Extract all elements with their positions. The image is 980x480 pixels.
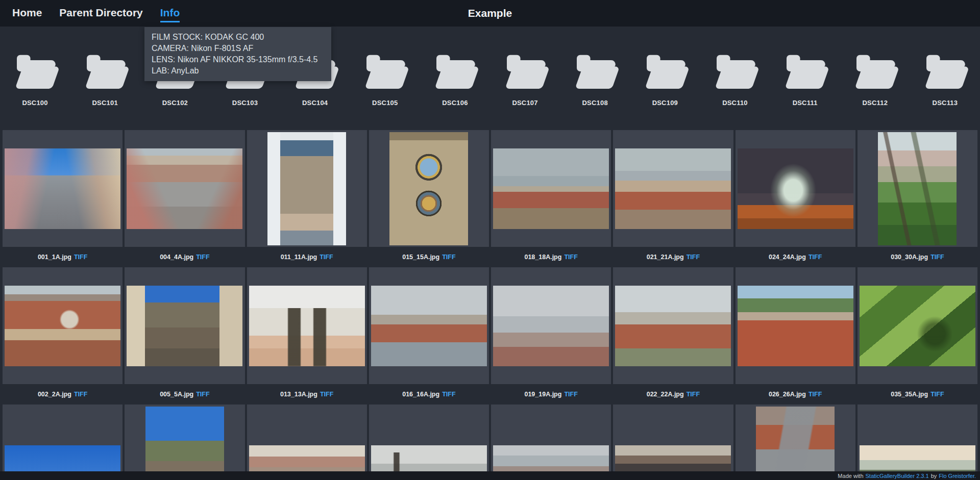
thumbnail-link[interactable] [247,405,367,480]
tiff-link[interactable]: TIFF [808,254,822,261]
builder-link[interactable]: StaticGalleryBuilder 2.3.1 [866,473,929,479]
folder-label: DSC111 [793,99,818,107]
thumbnail-link[interactable] [125,267,244,384]
folder-item[interactable]: DSC101 [70,52,140,107]
folder-open-icon [921,52,968,89]
navbar: Home Parent Directory Info Example [0,0,980,27]
thumbnail-link[interactable] [247,130,367,247]
folder-item[interactable]: DSC108 [560,52,630,107]
gallery-cell: 001_1A.jpgTIFF [3,130,122,267]
thumbnail-photo [860,286,975,366]
thumbnail-link[interactable] [369,267,489,384]
tiff-link[interactable]: TIFF [930,254,944,261]
thumbnail-photo [878,132,957,245]
thumbnail-link[interactable] [3,267,122,384]
folder-item[interactable]: DSC100 [0,52,70,107]
thumbnail-photo [738,148,853,229]
tiff-link[interactable]: TIFF [442,391,455,398]
nav-item-info[interactable]: Info [160,5,180,22]
folder-item[interactable]: DSC111 [770,52,840,107]
gallery-cell: 030_30A.jpgTIFF [857,130,977,267]
tiff-link[interactable]: TIFF [930,391,944,398]
folder-label: DSC110 [722,99,748,107]
thumbnail-link[interactable] [369,405,489,480]
thumbnail-photo [738,286,853,366]
folder-label: DSC105 [372,99,398,107]
folder-label: DSC101 [92,99,118,107]
gallery-cell [369,405,489,480]
thumbnail-link[interactable] [857,267,977,384]
tiff-link[interactable]: TIFF [687,254,700,261]
thumbnail-caption: 013_13A.jpgTIFF [247,384,367,405]
folder-label: DSC112 [862,99,888,107]
filename-text: 015_15A.jpg [402,254,439,261]
folder-label: DSC104 [302,99,328,107]
folder-item[interactable]: DSC112 [840,52,910,107]
thumbnail-link[interactable] [125,405,244,480]
folder-label: DSC108 [582,99,608,107]
thumbnail-link[interactable] [736,130,855,247]
thumbnail-photo [615,286,731,366]
gallery-cell [491,405,611,480]
tiff-link[interactable]: TIFF [196,254,209,261]
thumbnail-link[interactable] [736,405,855,480]
folder-item[interactable]: DSC109 [630,52,700,107]
folder-item[interactable]: DSC113 [910,52,980,107]
thumbnail-link[interactable] [3,130,122,247]
folder-item[interactable]: DSC105 [350,52,420,107]
tiff-link[interactable]: TIFF [74,391,87,398]
folder-item[interactable]: DSC110 [700,52,770,107]
gallery-cell [3,405,122,480]
folder-item[interactable]: DSC106 [420,52,490,107]
gallery-cell [125,405,244,480]
tiff-link[interactable]: TIFF [687,391,700,398]
nav-item-home[interactable]: Home [12,5,42,22]
tiff-link[interactable]: TIFF [196,391,209,398]
nav-item-parent-directory[interactable]: Parent Directory [59,5,142,22]
filename-text: 016_16A.jpg [402,391,439,398]
info-tooltip: FILM STOCK: KODAK GC 400 CAMERA: Nikon F… [144,27,331,81]
filename-text: 018_18A.jpg [524,254,561,261]
thumbnail-link[interactable] [613,405,733,480]
filename-text: 005_5A.jpg [160,391,193,398]
filename-text: 026_26A.jpg [769,391,806,398]
tiff-link[interactable]: TIFF [808,391,822,398]
tiff-link[interactable]: TIFF [320,254,333,261]
thumbnail-link[interactable] [247,267,367,384]
filename-text: 013_13A.jpg [280,391,317,398]
gallery-cell: 026_26A.jpgTIFF [736,267,855,405]
folder-label: DSC107 [512,99,537,107]
thumbnail-link[interactable] [125,130,244,247]
thumbnail-link[interactable] [369,130,489,247]
thumbnail-link[interactable] [857,130,977,247]
author-link[interactable]: Flo Greistorfer. [939,473,976,479]
gallery-cell: 016_16A.jpgTIFF [369,267,489,405]
tiff-link[interactable]: TIFF [74,254,87,261]
thumbnail-photo [127,286,242,366]
gallery-cell [857,405,977,480]
thumbnail-link[interactable] [491,267,611,384]
filename-text: 021_21A.jpg [647,254,684,261]
tiff-link[interactable]: TIFF [320,391,333,398]
folder-label: DSC103 [232,99,258,107]
thumbnail-link[interactable] [613,130,733,247]
filename-text: 011_11A.jpg [281,254,317,261]
thumbnail-photo [127,148,242,229]
thumbnail-link[interactable] [3,405,122,480]
tiff-link[interactable]: TIFF [442,254,455,261]
thumbnail-photo [145,407,224,480]
tiff-link[interactable]: TIFF [564,254,577,261]
tiff-link[interactable]: TIFF [564,391,577,398]
thumbnail-photo [756,407,835,480]
folder-item[interactable]: DSC107 [490,52,560,107]
filename-text: 001_1A.jpg [38,254,71,261]
thumbnail-link[interactable] [613,267,733,384]
thumbnail-link[interactable] [491,405,611,480]
filename-text: 024_24A.jpg [769,254,806,261]
thumbnail-caption: 001_1A.jpgTIFF [3,247,122,267]
thumbnail-link[interactable] [736,267,855,384]
thumbnail-link[interactable] [491,130,611,247]
thumbnail-link[interactable] [857,405,977,480]
filename-text: 004_4A.jpg [160,254,193,261]
gallery-cell [247,405,367,480]
